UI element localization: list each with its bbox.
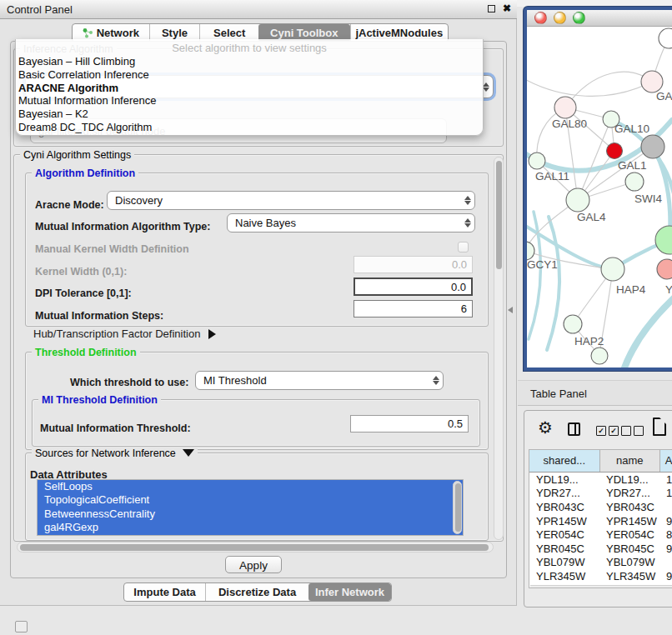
- node-label: GAL1: [618, 159, 647, 172]
- close-traffic-light-icon[interactable]: [534, 12, 547, 24]
- network-edge: [565, 72, 652, 108]
- sources-group-title[interactable]: Sources for Network Inference: [32, 448, 198, 459]
- manual-kernel-checkbox[interactable]: [458, 242, 469, 252]
- tab-impute-data[interactable]: Impute Data: [124, 583, 205, 601]
- table-row[interactable]: YBL079WYBL079W: [529, 556, 672, 570]
- table-cell: YBR045C: [599, 542, 659, 555]
- list-vscrollbar-thumb[interactable]: [455, 483, 461, 532]
- network-node-gal80[interactable]: [554, 97, 576, 118]
- network-node-gcy1[interactable]: [527, 242, 534, 260]
- algorithm-option[interactable]: Basic Correlation Inference: [16, 68, 483, 82]
- mi-threshold-label: Mutual Information Threshold:: [40, 422, 191, 434]
- which-threshold-value: MI Threshold: [196, 374, 429, 387]
- table-row[interactable]: YIL052CYIL052C9: [529, 583, 672, 584]
- expand-right-icon: [208, 329, 216, 339]
- dpi-tolerance-field[interactable]: 0.0: [354, 278, 473, 296]
- table-cell: YDR27...: [529, 487, 599, 499]
- algorithm-option[interactable]: Bayesian – K2: [16, 108, 483, 121]
- settings-vscrollbar-thumb[interactable]: [496, 161, 502, 269]
- network-canvas[interactable]: GALGAL80GAL10GAL1GAL11GAL4SWI4GCY1HAP4YH…: [527, 27, 672, 368]
- combo-stepper-icon: [429, 376, 443, 385]
- network-node-swi4[interactable]: [655, 226, 672, 254]
- checked-pair-icon[interactable]: ✓✓: [596, 426, 619, 436]
- mi-type-combo[interactable]: Naive Bayes: [227, 213, 475, 232]
- columns-icon[interactable]: [568, 422, 580, 436]
- list-vscrollbar[interactable]: [453, 481, 462, 534]
- table-row[interactable]: YDR27...YDR27...12: [529, 487, 672, 501]
- table-cell: YBL079W: [529, 556, 599, 568]
- table-cell: YDR27...: [599, 487, 659, 499]
- column-header-shared[interactable]: shared...: [529, 450, 600, 472]
- column-header-name[interactable]: name: [600, 450, 661, 472]
- apply-button[interactable]: Apply: [225, 556, 282, 573]
- network-node[interactable]: [641, 135, 664, 158]
- data-attribute-item[interactable]: SelfLoops: [38, 480, 463, 493]
- aracne-mode-combo[interactable]: Discovery: [107, 191, 475, 210]
- settings-hscrollbar-thumb[interactable]: [20, 544, 489, 551]
- network-node-hap2[interactable]: [564, 315, 582, 333]
- aracne-mode-value: Discovery: [108, 194, 461, 207]
- minimize-traffic-light-icon[interactable]: [554, 12, 566, 24]
- algorithm-option[interactable]: Bayesian – Hill Climbing: [16, 55, 483, 68]
- data-attribute-item[interactable]: gal4RGexp: [38, 521, 463, 534]
- dpi-tolerance-label: DPI Tolerance [0,1]:: [35, 288, 132, 299]
- control-panel-title: Control Panel: [7, 3, 73, 16]
- network-window-titlebar[interactable]: [527, 10, 672, 27]
- algorithm-option[interactable]: Dream8 DC_TDC Algorithm: [16, 121, 483, 134]
- float-icon[interactable]: [488, 5, 495, 12]
- table-cell: YPR145W: [599, 515, 659, 528]
- network-node-gal4[interactable]: [566, 188, 589, 212]
- zoom-traffic-light-icon[interactable]: [573, 12, 585, 24]
- mi-steps-label: Mutual Information Steps:: [35, 310, 163, 322]
- algorithm-option[interactable]: ARACNE Algorithm: [16, 82, 483, 95]
- network-node-hap4[interactable]: [601, 258, 624, 281]
- grid-icon[interactable]: [15, 621, 28, 632]
- table-hscrollbar-thumb[interactable]: [533, 588, 662, 588]
- data-attribute-item[interactable]: BetweennessCentrality: [38, 508, 463, 521]
- table-hscrollbar[interactable]: [530, 585, 672, 588]
- node-label: SWI4: [634, 192, 662, 205]
- settings-vscrollbar[interactable]: [494, 157, 504, 540]
- unchecked-pair-icon[interactable]: [621, 426, 644, 436]
- table-row[interactable]: YDL19...YDL19...13: [529, 472, 672, 487]
- table-panel-title: Table Panel: [530, 388, 587, 400]
- aracne-mode-label: Aracne Mode:: [35, 199, 104, 211]
- table-cell: YBR045C: [529, 542, 599, 555]
- network-node-gal11[interactable]: [529, 152, 545, 169]
- close-icon[interactable]: ✖: [503, 2, 511, 14]
- node-label: HAP2: [574, 335, 604, 348]
- mi-threshold-field[interactable]: 0.5: [350, 415, 469, 432]
- table-row[interactable]: YBR045CYBR045C9.: [529, 542, 672, 556]
- algorithm-option[interactable]: Mutual Information Inference: [16, 94, 483, 108]
- table-cell: YER054C: [599, 528, 659, 541]
- network-node-gal1[interactable]: [625, 172, 644, 191]
- network-node[interactable]: [659, 28, 672, 48]
- table-row[interactable]: YPR145WYPR145W9.: [529, 514, 672, 528]
- table-row[interactable]: YLR345WYLR345W9.: [529, 569, 672, 583]
- mi-steps-field[interactable]: 6: [354, 300, 473, 318]
- table-row[interactable]: YER054CYER054C8.: [529, 528, 672, 542]
- kernel-width-field[interactable]: 0.0: [354, 256, 473, 273]
- table-cell: YBL079W: [599, 556, 659, 568]
- tab-infer-network[interactable]: Infer Network: [308, 583, 391, 601]
- column-header-A[interactable]: A: [660, 450, 672, 472]
- tab-discretize-data[interactable]: Discretize Data: [205, 583, 308, 601]
- data-attribute-item[interactable]: TopologicalCoefficient: [38, 493, 463, 507]
- settings-hscrollbar[interactable]: [17, 542, 494, 552]
- network-node[interactable]: [607, 143, 623, 159]
- network-node-y[interactable]: [657, 259, 672, 279]
- cyni-settings-group-title: Cyni Algorithm Settings: [20, 149, 134, 161]
- table-cell: 8.: [659, 528, 672, 541]
- which-threshold-combo[interactable]: MI Threshold: [195, 371, 444, 390]
- control-panel-titlebar[interactable]: Control Panel ✖: [0, 0, 517, 19]
- node-label: GAL4: [577, 211, 606, 223]
- panel-collapse-icon[interactable]: [508, 307, 513, 313]
- document-icon[interactable]: [653, 418, 666, 436]
- mi-type-label: Mutual Information Algorithm Type:: [35, 221, 210, 232]
- hub-definition-toggle[interactable]: Hub/Transcription Factor Definition: [33, 328, 216, 340]
- gear-icon[interactable]: ⚙: [538, 418, 553, 438]
- table-panel-header: Table Panel: [518, 380, 672, 406]
- table-cell: YLR345W: [599, 570, 659, 582]
- table-row[interactable]: YBR043CYBR043C: [529, 500, 672, 514]
- network-node[interactable]: [591, 348, 608, 364]
